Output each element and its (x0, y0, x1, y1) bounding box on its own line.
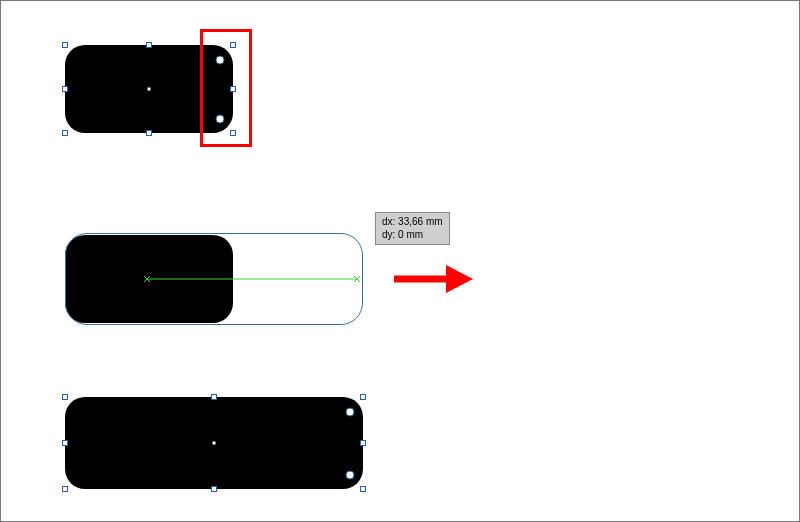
selection-handle[interactable] (211, 394, 217, 400)
selection-handle[interactable] (62, 440, 68, 446)
selection-center-indicator (148, 88, 151, 91)
corner-radius-handle[interactable] (346, 408, 355, 417)
shape-mid-preview-outline (65, 233, 363, 325)
highlight-rectangle (200, 29, 252, 147)
editor-canvas[interactable]: dx: 33,66 mm dy: 0 mm (0, 0, 800, 522)
tooltip-dx: dx: 33,66 mm (382, 216, 443, 229)
tooltip-dy: dy: 0 mm (382, 229, 443, 242)
selection-handle[interactable] (146, 42, 152, 48)
selection-center-indicator (213, 442, 216, 445)
selection-handle[interactable] (62, 130, 68, 136)
selection-handle[interactable] (146, 130, 152, 136)
direction-arrow-icon (394, 265, 473, 293)
selection-handle[interactable] (62, 86, 68, 92)
selection-handle[interactable] (62, 394, 68, 400)
selection-handle[interactable] (62, 486, 68, 492)
svg-marker-5 (446, 265, 473, 293)
selection-handle[interactable] (360, 440, 366, 446)
selection-handle[interactable] (360, 486, 366, 492)
selection-handle[interactable] (62, 42, 68, 48)
corner-radius-handle[interactable] (346, 471, 355, 480)
drag-delta-tooltip: dx: 33,66 mm dy: 0 mm (375, 212, 450, 245)
selection-handle[interactable] (360, 394, 366, 400)
selection-handle[interactable] (211, 486, 217, 492)
